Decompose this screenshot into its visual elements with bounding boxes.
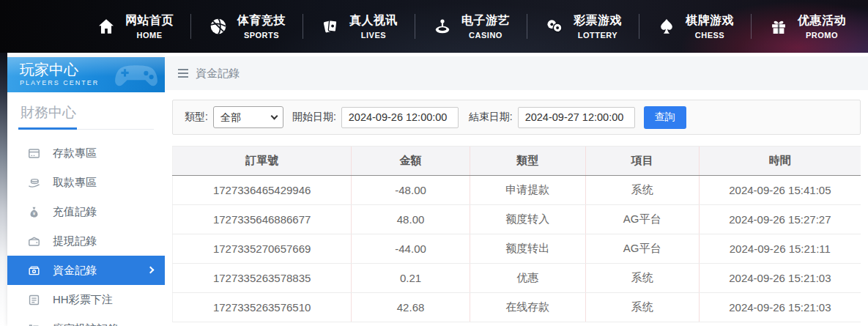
sidebar-header: 玩家中心 PLAYERS CENTER xyxy=(7,57,165,92)
cell-time: 2024-09-26 15:41:05 xyxy=(699,176,861,205)
table-row: 1727335646886677 48.00 额度转入 AG平台 2024-09… xyxy=(173,205,861,234)
cell-item: 系统 xyxy=(585,293,699,322)
nav-item-lottery[interactable]: 彩票游戏LOTTERY xyxy=(527,13,639,40)
column-header-time: 時間 xyxy=(699,147,861,176)
top-navigation: 网站首页HOME 体育竞技SPORTS 真人视讯LIVES 电子游艺CASINO xyxy=(0,0,868,53)
nav-item-sports[interactable]: 体育竞技SPORTS xyxy=(191,13,303,40)
nav-label-en: CASINO xyxy=(461,31,510,40)
breadcrumb-bar: 資金記錄 xyxy=(165,56,868,90)
nav-label-zh: 体育竞技 xyxy=(237,13,286,29)
nav-label-zh: 优惠活动 xyxy=(798,13,846,29)
type-label: 類型: xyxy=(185,111,208,124)
start-date-input[interactable] xyxy=(341,107,459,128)
cell-amount: -44.00 xyxy=(352,234,470,264)
sidebar-item-label: 存款專區 xyxy=(53,147,97,160)
sidebar-item-label: 資金記錄 xyxy=(53,264,97,278)
cell-order-no: 1727335263578835 xyxy=(173,264,352,293)
cell-type: 额度转入 xyxy=(470,205,585,234)
start-date-label: 開始日期: xyxy=(292,111,336,124)
cell-item: AG平台 xyxy=(585,234,699,264)
end-date-input[interactable] xyxy=(518,107,635,128)
cell-type: 在线存款 xyxy=(470,293,585,322)
sidebar-item-label: 提現記錄 xyxy=(53,234,97,248)
sidebar-item-deposit[interactable]: 存款專區 xyxy=(7,138,165,168)
sports-ball-icon xyxy=(208,16,229,37)
nav-label-zh: 电子游艺 xyxy=(461,13,510,29)
cell-time: 2024-09-26 15:27:27 xyxy=(699,205,861,234)
cell-order-no: 1727335263576510 xyxy=(173,293,352,322)
recharge-icon: ¥ xyxy=(26,204,41,219)
cell-order-no: 1727335270657669 xyxy=(173,234,352,264)
cell-order-no: 1727335646886677 xyxy=(173,205,352,234)
playing-cards-icon xyxy=(320,16,341,37)
sidebar-item-room-bet-records[interactable]: 廳室投註記錄 xyxy=(7,314,165,326)
sidebar-item-label: 充值記錄 xyxy=(53,205,97,219)
nav-item-lives[interactable]: 真人视讯LIVES xyxy=(303,13,415,40)
table-header-row: 訂單號 金額 類型 項目 時間 xyxy=(173,147,861,176)
filter-bar: 類型: 全部 開始日期: 結束日期: 查詢 xyxy=(172,100,861,135)
sidebar: 玩家中心 PLAYERS CENTER 財務中心 存款專區 取款專區 xyxy=(7,57,165,326)
room-bet-icon xyxy=(26,322,41,326)
cell-type: 优惠 xyxy=(470,264,585,293)
withdraw-icon xyxy=(26,175,41,190)
cell-amount: -48.00 xyxy=(352,176,470,205)
cell-item: 系统 xyxy=(585,264,699,293)
cell-item: 系统 xyxy=(585,176,699,205)
svg-text:¥: ¥ xyxy=(32,210,35,215)
nav-label-en: LIVES xyxy=(349,31,398,40)
sidebar-item-label: 廳室投註記錄 xyxy=(53,322,119,326)
lottery-bet-icon xyxy=(26,292,41,307)
type-select[interactable]: 全部 xyxy=(213,106,283,128)
menu-toggle-icon[interactable] xyxy=(178,69,188,78)
cell-type: 申请提款 xyxy=(470,176,585,205)
main-content: 資金記錄 類型: 全部 開始日期: 結束日期: 查詢 訂單號 xyxy=(165,53,868,326)
sidebar-menu: 存款專區 取款專區 ¥ 充值記錄 提現記錄 xyxy=(7,138,165,326)
deposit-icon xyxy=(26,146,41,160)
nav-label-zh: 真人视讯 xyxy=(349,13,398,29)
sidebar-item-withdraw[interactable]: 取款專區 xyxy=(7,168,165,197)
nav-item-home[interactable]: 网站首页HOME xyxy=(79,13,190,40)
cell-item: AG平台 xyxy=(585,205,699,234)
page-background-gutter xyxy=(0,53,7,326)
cell-amount: 48.00 xyxy=(352,205,470,234)
cell-amount: 0.21 xyxy=(352,264,470,293)
gamepad-icon xyxy=(112,60,160,92)
sidebar-item-cashout[interactable]: 提現記錄 xyxy=(7,226,165,256)
sidebar-item-recharge[interactable]: ¥ 充值記錄 xyxy=(7,197,165,226)
end-date-label: 結束日期: xyxy=(469,111,513,124)
gift-icon xyxy=(768,16,789,37)
chevron-right-icon xyxy=(147,267,155,274)
sidebar-item-label: HH彩票下注 xyxy=(53,293,113,307)
sidebar-item-label: 取款專區 xyxy=(53,176,97,190)
cell-time: 2024-09-26 15:21:03 xyxy=(699,264,861,293)
column-header-amount: 金額 xyxy=(352,147,470,176)
page: 网站首页HOME 体育竞技SPORTS 真人视讯LIVES 电子游艺CASINO xyxy=(0,0,868,326)
cell-order-no: 1727336465429946 xyxy=(173,176,352,205)
nav-label-en: CHESS xyxy=(686,31,734,40)
home-icon xyxy=(96,16,116,37)
sidebar-item-hh-lottery-bets[interactable]: HH彩票下注 xyxy=(7,285,165,314)
roulette-icon xyxy=(432,16,453,37)
nav-label-en: HOME xyxy=(125,31,174,40)
nav-label-en: SPORTS xyxy=(237,31,286,40)
nav-label-zh: 网站首页 xyxy=(125,13,174,29)
nav-item-promo[interactable]: 优惠活动PROMO xyxy=(752,13,863,40)
nav-item-casino[interactable]: 电子游艺CASINO xyxy=(415,13,527,40)
cell-type: 额度转出 xyxy=(470,234,585,264)
funds-record-table: 訂單號 金額 類型 項目 時間 1727336465429946 -48.00 … xyxy=(172,146,861,322)
cell-time: 2024-09-26 15:21:11 xyxy=(699,234,861,264)
column-header-item: 項目 xyxy=(585,147,699,176)
nav-item-chess[interactable]: 棋牌游戏CHESS xyxy=(639,13,751,40)
spade-icon xyxy=(656,16,677,37)
nav-label-zh: 彩票游戏 xyxy=(574,13,622,29)
funds-icon xyxy=(26,263,41,278)
table-row: 1727335263578835 0.21 优惠 系统 2024-09-26 1… xyxy=(173,264,861,293)
type-select-wrap: 全部 xyxy=(213,106,283,128)
cell-time: 2024-09-26 15:21:03 xyxy=(699,293,861,322)
cashout-icon xyxy=(26,234,41,248)
column-header-type: 類型 xyxy=(470,147,585,176)
query-button[interactable]: 查詢 xyxy=(644,106,686,129)
sidebar-item-funds[interactable]: 資金記錄 xyxy=(7,256,165,285)
sidebar-section-title: 財務中心 xyxy=(18,92,154,130)
page-title: 資金記錄 xyxy=(196,67,240,81)
